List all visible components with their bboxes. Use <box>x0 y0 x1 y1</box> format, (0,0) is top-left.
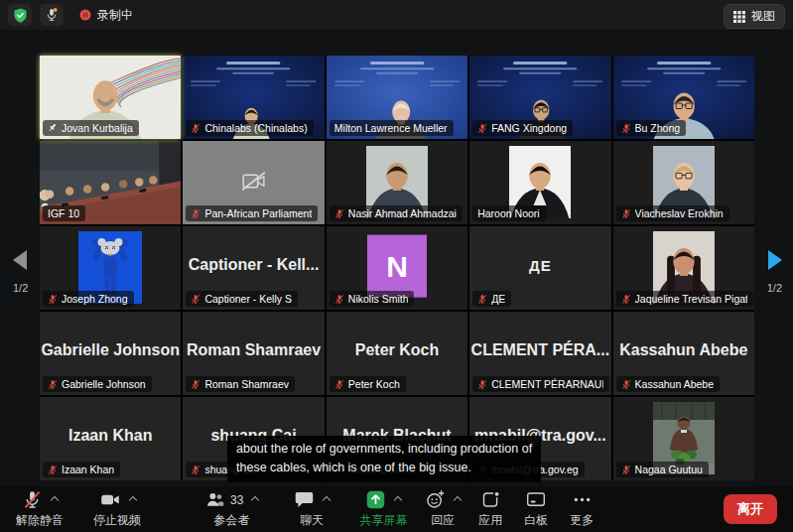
toolbar-items: 解除静音停止视频33参会者聊天共享屏幕回应应用白板更多 <box>10 489 594 529</box>
muted-mic-icon <box>334 379 344 390</box>
meeting-toolbar: 解除静音停止视频33参会者聊天共享屏幕回应应用白板更多 离开 <box>0 486 793 532</box>
toolbar-unmute-button[interactable]: 解除静音 <box>16 489 64 529</box>
participant-name-badge: Viacheslav Erokhin <box>616 205 729 221</box>
muted-mic-icon <box>477 379 487 390</box>
muted-mic-icon <box>621 123 631 134</box>
muted-mic-icon <box>334 294 344 305</box>
participant-name: Nasir Ahmad Ahmadzai <box>348 207 457 219</box>
participant-tile[interactable]: Chinalabs (Chinalabs) <box>183 56 324 139</box>
toolbar-more-button[interactable]: 更多 <box>570 489 594 529</box>
participant-tile[interactable]: Bu Zhong <box>613 56 754 139</box>
toolbar-share-screen-button[interactable]: 共享屏幕 <box>359 489 407 529</box>
toolbar-label: 更多 <box>570 512 594 529</box>
leave-button[interactable]: 离开 <box>724 494 777 524</box>
view-button[interactable]: 视图 <box>724 4 785 29</box>
toolbar-participants-button[interactable]: 33参会者 <box>204 489 258 529</box>
muted-mic-icon <box>48 294 58 305</box>
page-indicator-left: 1/2 <box>13 282 28 294</box>
security-shield-icon[interactable] <box>8 4 32 26</box>
participant-name-badge: Pan-African Parliament <box>186 205 318 221</box>
participant-tile[interactable]: Pan-African Parliament <box>183 141 324 224</box>
live-caption-overlay: about the role of governments, including… <box>227 436 541 482</box>
participant-name-badge: Gabrielle Johnson <box>43 376 152 392</box>
chevron-up-icon[interactable] <box>323 496 330 504</box>
toolbar-label: 解除静音 <box>16 512 64 529</box>
participant-tile[interactable]: Peter KochPeter Koch <box>327 312 467 395</box>
participants-count: 33 <box>230 493 243 507</box>
muted-mic-icon <box>191 294 200 305</box>
participant-name: ДЕ <box>491 293 505 305</box>
participant-name: Haroon Noori <box>477 207 539 219</box>
toolbar-stop-video-button[interactable]: 停止视频 <box>93 489 141 529</box>
mic-muted-icon <box>22 489 43 510</box>
muted-mic-icon <box>191 208 200 219</box>
participant-name-badge: Kassahun Abebe <box>616 376 720 392</box>
chevron-up-icon[interactable] <box>454 496 462 504</box>
participant-name-badge: Roman Shamraev <box>186 376 295 392</box>
participant-name-badge: Jaqueline Trevisan Pigatto <box>616 291 753 307</box>
participant-tile[interactable]: FANG Xingdong <box>469 56 610 139</box>
participant-name-badge: Nikolis Smith <box>330 291 415 307</box>
participant-tile[interactable]: Joseph Zhong <box>40 226 181 310</box>
chevron-up-icon[interactable] <box>128 496 136 504</box>
chevron-up-icon[interactable] <box>251 496 259 504</box>
whiteboard-icon <box>525 489 547 510</box>
participant-tile[interactable]: Nasir Ahmad Ahmadzai <box>327 141 467 224</box>
participant-name-badge: FANG Xingdong <box>472 120 573 136</box>
toolbar-chat-button[interactable]: 聊天 <box>294 489 330 529</box>
participant-tile[interactable]: Haroon Noori <box>469 141 610 224</box>
participant-name: Chinalabs (Chinalabs) <box>204 122 307 134</box>
participant-tile[interactable]: Gabrielle JohnsonGabrielle Johnson <box>40 312 181 395</box>
muted-mic-icon <box>477 294 487 305</box>
recording-label: 录制中 <box>97 7 133 24</box>
participant-tile[interactable]: Nagaa Guutuu <box>613 397 754 480</box>
audio-status-mic-icon[interactable] <box>40 4 64 26</box>
toolbar-label: 应用 <box>478 512 502 529</box>
participant-name-badge: Haroon Noori <box>472 205 545 221</box>
participant-tile[interactable]: Milton Lawrence Mueller <box>327 56 467 139</box>
participant-name: Izaan Khan <box>62 464 114 475</box>
muted-mic-icon <box>191 379 200 390</box>
participant-name: Nikolis Smith <box>348 293 409 305</box>
participant-tile[interactable]: Jaqueline Trevisan Pigatto <box>613 226 754 310</box>
more-icon <box>572 489 593 510</box>
participant-name-badge: CLEMENT PÉRARNAUD <box>472 376 609 392</box>
participant-name-badge: Jovan Kurbalija <box>43 120 139 136</box>
participant-tile[interactable]: Roman ShamraevRoman Shamraev <box>183 312 324 395</box>
participant-tile[interactable]: Izaan KhanIzaan Khan <box>40 397 181 480</box>
participant-name: Jovan Kurbalija <box>62 122 133 134</box>
video-grid: Jovan Kurbalija Chinalabs (Chinalabs) Mi… <box>40 56 754 480</box>
participant-tile[interactable]: CLEMENT PÉRA...CLEMENT PÉRARNAUD <box>469 312 610 395</box>
participant-name-badge: Captioner - Kelly S <box>186 291 298 307</box>
previous-page-arrow[interactable] <box>13 250 27 270</box>
muted-mic-icon <box>621 294 631 305</box>
muted-mic-icon <box>477 123 487 134</box>
participant-name: Bu Zhong <box>635 122 681 134</box>
toolbar-whiteboard-button[interactable]: 白板 <box>524 489 548 529</box>
meeting-topbar: 录制中 视图 <box>0 0 793 30</box>
participant-tile[interactable]: Captioner - Kell...Captioner - Kelly S <box>183 226 324 310</box>
muted-mic-icon <box>621 465 631 475</box>
chevron-up-icon[interactable] <box>51 496 59 504</box>
recording-indicator[interactable]: 录制中 <box>79 7 133 24</box>
toolbar-label: 停止视频 <box>93 512 141 529</box>
muted-mic-icon <box>621 208 631 219</box>
participant-tile[interactable]: Kassahun AbebeKassahun Abebe <box>613 312 754 395</box>
toolbar-apps-button[interactable]: 应用 <box>478 489 502 529</box>
participant-name: FANG Xingdong <box>491 122 567 134</box>
reactions-icon <box>425 489 446 510</box>
participant-tile[interactable]: Jovan Kurbalija <box>40 56 181 139</box>
participant-name-badge: Izaan Khan <box>43 462 120 477</box>
toolbar-reactions-button[interactable]: 回应 <box>425 489 461 529</box>
next-page-arrow[interactable] <box>768 250 782 270</box>
video-icon <box>99 489 121 510</box>
chat-icon <box>294 489 315 510</box>
participant-tile[interactable]: NNikolis Smith <box>327 226 467 310</box>
participant-tile[interactable]: Viacheslav Erokhin <box>613 141 754 224</box>
toolbar-label: 回应 <box>431 512 455 529</box>
participant-tile[interactable]: IGF 10 <box>40 141 181 224</box>
participant-name: Gabrielle Johnson <box>62 378 146 390</box>
participant-name: Viacheslav Erokhin <box>635 207 724 219</box>
participant-tile[interactable]: ДЕДЕ <box>469 226 610 310</box>
chevron-up-icon[interactable] <box>394 496 402 504</box>
